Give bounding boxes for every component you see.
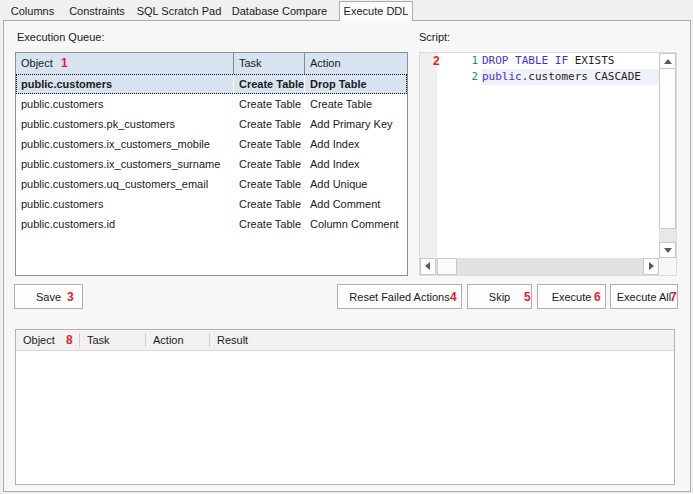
annotation-2: 2 <box>433 55 440 67</box>
queue-cell: Add Comment <box>305 194 407 214</box>
arrow-left-icon <box>425 262 430 270</box>
execute-all-button[interactable]: Execute All 7 <box>610 284 678 309</box>
vertical-scrollbar-thumb[interactable] <box>659 68 676 229</box>
queue-header-object[interactable]: Object <box>16 53 234 74</box>
queue-row-4[interactable]: public.customers.ix_customers_surnameCre… <box>16 154 407 174</box>
scroll-right-button[interactable] <box>643 258 659 275</box>
results-header-task[interactable]: Task <box>80 330 146 350</box>
queue-cell: public.customers.pk_customers <box>16 114 234 134</box>
horizontal-scrollbar-thumb[interactable] <box>437 258 457 275</box>
queue-cell: Create Table <box>305 94 407 114</box>
results-header-object-label: Object <box>23 334 55 346</box>
queue-cell: public.customers.ix_customers_mobile <box>16 134 234 154</box>
save-button-label: Save <box>36 291 61 303</box>
scroll-up-button[interactable] <box>659 53 676 69</box>
results-header-result[interactable]: Result <box>210 330 674 350</box>
execution-queue-table: Object Task Action public.customersCreat… <box>15 52 408 276</box>
script-label: Script: <box>419 31 450 43</box>
annotation-3: 3 <box>67 291 74 303</box>
tab-sql-scratch-pad[interactable]: SQL Scratch Pad <box>133 2 225 20</box>
annotation-5: 5 <box>524 291 531 303</box>
results-header: Object Task Action Result <box>16 330 674 351</box>
queue-cell: Create Table <box>234 194 305 214</box>
queue-cell: Create Table <box>234 174 305 194</box>
queue-row-0[interactable]: public.customersCreate TableDrop Table <box>16 74 407 94</box>
tab-bar: ColumnsConstraintsSQL Scratch PadDatabas… <box>0 0 693 21</box>
queue-cell: Add Primary Key <box>305 114 407 134</box>
code-text: public.customers CASCADE <box>482 69 641 85</box>
queue-cell: Create Table <box>234 134 305 154</box>
queue-header-object-label: Object <box>21 57 53 69</box>
execute-button-label: Execute <box>552 291 592 303</box>
reset-failed-actions-button-label: Reset Failed Actions <box>349 291 449 303</box>
queue-row-7[interactable]: public.customers.idCreate TableColumn Co… <box>16 214 407 234</box>
execution-queue-header: Object Task Action <box>16 53 407 74</box>
queue-cell: Add Index <box>305 134 407 154</box>
queue-cell: Create Table <box>234 214 305 234</box>
save-button[interactable]: Save 3 <box>14 284 83 309</box>
queue-cell: Drop Table <box>305 74 407 94</box>
line-number: 2 <box>420 69 478 85</box>
queue-cell: Create Table <box>234 114 305 134</box>
tab-constraints[interactable]: Constraints <box>61 2 133 20</box>
results-header-result-label: Result <box>217 334 248 346</box>
skip-button-label: Skip <box>489 291 510 303</box>
queue-header-action-label: Action <box>310 57 341 69</box>
reset-failed-actions-button[interactable]: Reset Failed Actions 4 <box>337 284 462 309</box>
queue-cell: Column Comment <box>305 214 407 234</box>
annotation-6: 6 <box>594 291 601 303</box>
results-table: Object Task Action Result <box>15 329 675 485</box>
scroll-down-button[interactable] <box>659 242 676 258</box>
queue-row-1[interactable]: public.customersCreate TableCreate Table <box>16 94 407 114</box>
queue-cell: Add Index <box>305 154 407 174</box>
queue-cell: public.customers <box>16 194 234 214</box>
scrollbar-corner <box>659 258 676 275</box>
arrow-down-icon <box>664 248 672 253</box>
execute-ddl-page: ColumnsConstraintsSQL Scratch PadDatabas… <box>0 0 693 494</box>
arrow-right-icon <box>649 262 654 270</box>
queue-row-5[interactable]: public.customers.uq_customers_emailCreat… <box>16 174 407 194</box>
queue-cell: public.customers.id <box>16 214 234 234</box>
editor-vertical-scrollbar[interactable] <box>659 53 676 258</box>
tab-page-panel: Execution Queue: Object Task Action publ… <box>3 20 691 492</box>
execute-button[interactable]: Execute 6 <box>537 284 606 309</box>
queue-cell: public.customers.ix_customers_surname <box>16 154 234 174</box>
queue-cell: Create Table <box>234 154 305 174</box>
queue-cell: Create Table <box>234 74 305 94</box>
script-editor[interactable]: 1DROP TABLE IF EXISTS2public.customers C… <box>419 52 677 276</box>
execution-queue-label: Execution Queue: <box>17 31 104 43</box>
tab-execute-ddl[interactable]: Execute DDL <box>339 1 413 21</box>
queue-cell: public.customers <box>16 94 234 114</box>
annotation-4: 4 <box>450 291 457 303</box>
queue-cell: public.customers.uq_customers_email <box>16 174 234 194</box>
script-lines: 1DROP TABLE IF EXISTS2public.customers C… <box>420 53 660 85</box>
execute-all-button-label: Execute All <box>617 291 671 303</box>
code-text: DROP TABLE IF EXISTS <box>482 53 614 69</box>
queue-header-action[interactable]: Action <box>305 53 407 74</box>
queue-row-2[interactable]: public.customers.pk_customersCreate Tabl… <box>16 114 407 134</box>
script-line-2: 2public.customers CASCADE <box>420 69 660 85</box>
queue-cell: Create Table <box>234 94 305 114</box>
annotation-7: 7 <box>670 291 677 303</box>
tab-columns[interactable]: Columns <box>4 2 61 20</box>
line-number: 1 <box>420 53 478 69</box>
annotation-8: 8 <box>66 334 73 346</box>
editor-horizontal-scrollbar[interactable] <box>420 258 659 275</box>
queue-header-task-label: Task <box>239 57 262 69</box>
arrow-up-icon <box>664 59 672 64</box>
script-line-1: 1DROP TABLE IF EXISTS <box>420 53 660 69</box>
execution-queue-body: public.customersCreate TableDrop Tablepu… <box>16 74 407 234</box>
queue-cell: public.customers <box>16 74 234 94</box>
queue-row-3[interactable]: public.customers.ix_customers_mobileCrea… <box>16 134 407 154</box>
queue-cell: Add Unique <box>305 174 407 194</box>
results-header-task-label: Task <box>87 334 110 346</box>
scroll-left-button[interactable] <box>420 258 436 275</box>
queue-header-task[interactable]: Task <box>234 53 305 74</box>
queue-row-6[interactable]: public.customersCreate TableAdd Comment <box>16 194 407 214</box>
skip-button[interactable]: Skip 5 <box>467 284 532 309</box>
results-header-action-label: Action <box>153 334 184 346</box>
tab-database-compare[interactable]: Database Compare <box>225 2 334 20</box>
annotation-1: 1 <box>61 57 68 69</box>
results-header-action[interactable]: Action <box>146 330 210 350</box>
